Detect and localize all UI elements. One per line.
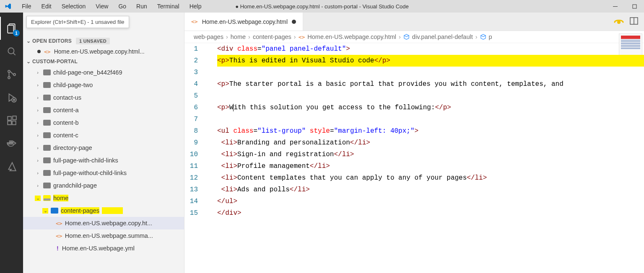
yml-file-icon: ! xyxy=(56,245,60,252)
open-editor-filename: Home.en-US.webpage.copy.html... xyxy=(54,48,145,55)
folder-icon xyxy=(43,183,51,188)
tree-folder[interactable]: ›grandchild-page xyxy=(23,179,184,192)
menu-edit[interactable]: Edit xyxy=(36,1,57,11)
tree-label: contact-us xyxy=(53,94,81,101)
tree-label: content-b xyxy=(53,119,78,126)
folder-icon xyxy=(43,70,51,75)
open-editor-item[interactable]: <> Home.en-US.webpage.copy.html... xyxy=(23,46,184,57)
svg-point-6 xyxy=(8,70,10,72)
unsaved-count-pill: 1 UNSAVED xyxy=(76,38,110,44)
folder-icon xyxy=(43,120,51,126)
tree-folder-content-pages[interactable]: ⌄content-pages xyxy=(23,204,184,217)
folder-icon xyxy=(51,208,58,214)
unsaved-badge: 1 xyxy=(13,30,20,36)
svg-point-8 xyxy=(13,73,16,75)
open-editors-header[interactable]: ⌄ OPEN EDITORS 1 UNSAVED xyxy=(23,36,184,46)
folder-icon xyxy=(43,107,51,113)
editor-tab[interactable]: <> Home.en-US.webpage.copy.html xyxy=(184,13,303,31)
folder-icon xyxy=(43,157,51,163)
html-file-icon: <> xyxy=(299,34,305,40)
preview-icon[interactable] xyxy=(614,16,624,27)
explorer-icon[interactable]: 1 xyxy=(0,17,23,40)
dirty-dot-icon xyxy=(292,20,296,24)
symbol-icon xyxy=(403,34,410,40)
azure-icon[interactable] xyxy=(0,155,23,178)
svg-rect-1 xyxy=(633,5,636,8)
tree-folder[interactable]: ›full-page-with-child-links xyxy=(23,154,184,167)
menu-go[interactable]: Go xyxy=(113,1,131,11)
tree-label: Home.en-US.webpage.yml xyxy=(62,245,135,252)
svg-rect-12 xyxy=(12,121,16,125)
tree-label: Home.en-US.webpage.summa... xyxy=(65,232,153,239)
svg-rect-18 xyxy=(11,141,12,142)
tree-label: content-pages xyxy=(61,207,99,214)
tree-file-summary-html[interactable]: <>Home.en-US.webpage.summa... xyxy=(23,229,184,242)
html-file-icon: <> xyxy=(56,220,62,227)
menu-run[interactable]: Run xyxy=(131,1,152,11)
breadcrumb[interactable]: web-pages› home› content-pages› <> Home.… xyxy=(184,31,644,43)
minimize-button[interactable] xyxy=(605,0,625,13)
svg-point-4 xyxy=(8,48,14,54)
svg-rect-3 xyxy=(8,25,13,33)
folder-icon xyxy=(43,170,51,176)
menu-selection[interactable]: Selection xyxy=(57,1,91,11)
workspace-label: CUSTOM-PORTAL xyxy=(32,59,78,64)
tree-label: content-c xyxy=(53,132,78,139)
breadcrumb-item[interactable]: content-pages xyxy=(253,33,291,40)
tree-folder[interactable]: ›contact-us xyxy=(23,91,184,104)
svg-rect-11 xyxy=(8,121,11,125)
workspace-header[interactable]: ⌄ CUSTOM-PORTAL xyxy=(23,57,184,66)
tree-label: child-page-one_b442f469 xyxy=(53,69,122,76)
svg-point-19 xyxy=(617,21,621,24)
tree-file-copy-html[interactable]: <>Home.en-US.webpage.copy.ht... xyxy=(23,217,184,229)
tree-folder[interactable]: ›child-page-one_b442f469 xyxy=(23,66,184,79)
split-editor-icon[interactable] xyxy=(630,17,638,26)
vscode-logo xyxy=(0,3,17,10)
breadcrumb-item[interactable]: div.panel.panel-default xyxy=(412,33,473,40)
tree-folder[interactable]: ›full-page-without-child-links xyxy=(23,167,184,179)
menu-file[interactable]: File xyxy=(17,1,36,11)
folder-icon xyxy=(43,195,51,201)
tree-label: child-page-two xyxy=(53,82,93,88)
menu-help[interactable]: Help xyxy=(184,1,207,11)
search-icon[interactable] xyxy=(0,40,23,63)
breadcrumb-item[interactable]: home xyxy=(231,33,246,40)
activitybar: 1 xyxy=(0,13,23,273)
tree-label: directory-page xyxy=(53,144,92,151)
html-file-icon: <> xyxy=(44,49,51,55)
tree-file-yml[interactable]: !Home.en-US.webpage.yml xyxy=(23,242,184,255)
tree-label: grandchild-page xyxy=(53,182,97,189)
symbol-icon xyxy=(480,34,486,40)
tree-folder[interactable]: ›content-c xyxy=(23,129,184,142)
svg-rect-13 xyxy=(13,116,16,120)
folder-icon xyxy=(43,145,51,151)
tabbar: <> Home.en-US.webpage.copy.html xyxy=(184,13,644,31)
svg-point-7 xyxy=(8,77,10,79)
menu-terminal[interactable]: Terminal xyxy=(152,1,184,11)
tree-folder[interactable]: ›child-page-two xyxy=(23,79,184,91)
docker-icon[interactable] xyxy=(0,132,23,155)
tree-folder-home[interactable]: ⌄home xyxy=(23,192,184,204)
code-editor[interactable]: 1<div class="panel panel-default"> 2<p>T… xyxy=(184,43,644,273)
breadcrumb-item[interactable]: p xyxy=(489,33,492,40)
extensions-icon[interactable] xyxy=(0,109,23,132)
open-editors-label: OPEN EDITORS xyxy=(32,38,72,44)
svg-line-5 xyxy=(13,53,15,55)
menu-view[interactable]: View xyxy=(91,1,113,11)
folder-icon xyxy=(43,82,51,88)
maximize-button[interactable] xyxy=(625,0,644,13)
run-debug-icon[interactable] xyxy=(0,86,23,109)
tree-label: Home.en-US.webpage.copy.ht... xyxy=(65,220,152,227)
svg-rect-0 xyxy=(613,6,618,7)
breadcrumb-item[interactable]: Home.en-US.webpage.copy.html xyxy=(307,33,396,40)
tree-folder[interactable]: ›content-b xyxy=(23,116,184,129)
file-tree: ›child-page-one_b442f469 ›child-page-two… xyxy=(23,66,184,255)
breadcrumb-item[interactable]: web-pages xyxy=(194,33,223,40)
editor-area: <> Home.en-US.webpage.copy.html web-page… xyxy=(184,13,644,273)
folder-icon xyxy=(43,132,51,138)
svg-rect-17 xyxy=(9,141,10,142)
dirty-dot-icon xyxy=(37,50,41,53)
tree-folder[interactable]: ›content-a xyxy=(23,104,184,116)
tree-folder[interactable]: ›directory-page xyxy=(23,142,184,154)
source-control-icon[interactable] xyxy=(0,63,23,86)
